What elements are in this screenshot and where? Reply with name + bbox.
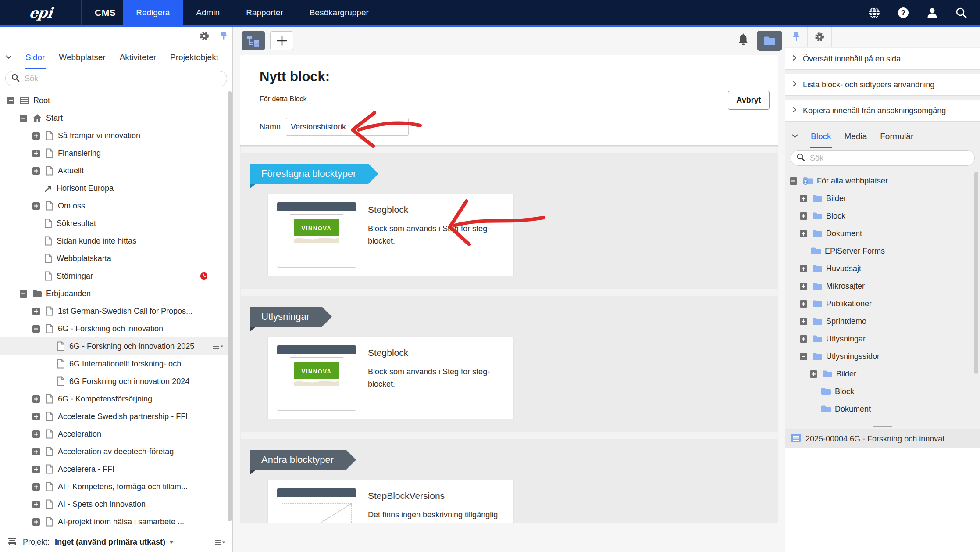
cancel-button[interactable]: Avbryt: [728, 91, 770, 110]
tree-item[interactable]: Så främjar vi innovation: [0, 127, 232, 144]
gear-icon[interactable]: [199, 31, 210, 43]
page-tree-scrollbar[interactable]: [228, 91, 232, 521]
bell-icon[interactable]: [737, 33, 749, 48]
tree-item[interactable]: Mikrosajter: [785, 277, 980, 295]
help-icon[interactable]: ?: [897, 6, 910, 19]
assets-folder-button[interactable]: [757, 31, 782, 51]
expand-icon[interactable]: [810, 370, 819, 378]
tree-item[interactable]: Accelerera - FFI: [0, 460, 232, 478]
expand-icon[interactable]: [32, 202, 41, 210]
tab-webbplatser[interactable]: Webbplatser: [58, 47, 106, 69]
panel-resize-handle[interactable]: [785, 425, 980, 429]
gear-icon[interactable]: [808, 27, 831, 47]
collapse-icon[interactable]: [790, 177, 798, 185]
tree-item[interactable]: EPiServer Forms: [785, 242, 980, 260]
tab-aktiviteter[interactable]: Aktiviteter: [119, 47, 157, 69]
nav-tab-admin[interactable]: Admin: [183, 0, 233, 25]
expand-icon[interactable]: [32, 518, 41, 526]
tree-item[interactable]: AI - Kompetens, förmåga och tilläm...: [0, 478, 232, 495]
pin-icon[interactable]: [785, 27, 807, 47]
tree-item[interactable]: Start: [0, 109, 232, 127]
tree-item[interactable]: Sprintdemo: [785, 312, 980, 330]
expand-icon[interactable]: [800, 318, 809, 325]
expand-icon[interactable]: [32, 483, 41, 491]
nav-tab-redigera[interactable]: Redigera: [123, 0, 183, 25]
expand-icon[interactable]: [32, 448, 41, 455]
tree-item[interactable]: AI-projekt inom hälsa i samarbete ...: [0, 513, 232, 530]
assets-tab-block[interactable]: Block: [810, 126, 832, 148]
tree-item[interactable]: 6G - Kompetensförsörjning: [0, 390, 232, 408]
tree-item[interactable]: 6G Forskning och innovation 2024: [0, 373, 232, 390]
tree-item[interactable]: Erbjudanden: [0, 285, 232, 302]
tree-item[interactable]: Dokument: [785, 225, 980, 242]
tree-item[interactable]: Publikationer: [785, 295, 980, 312]
globe-icon[interactable]: [868, 6, 881, 19]
expand-icon[interactable]: [800, 283, 809, 290]
expand-icon[interactable]: [32, 430, 41, 438]
tree-item[interactable]: Block: [785, 383, 980, 400]
tree-item[interactable]: Sökresultat: [0, 215, 232, 232]
tree-item[interactable]: Störningar: [0, 267, 232, 285]
nav-tab-besökargrupper[interactable]: Besökargrupper: [296, 0, 382, 25]
expand-icon[interactable]: [32, 167, 41, 175]
expand-icon[interactable]: [32, 132, 41, 140]
tree-item[interactable]: Acceleration: [0, 425, 232, 443]
nav-tab-rapporter[interactable]: Rapporter: [233, 0, 296, 25]
block-type-card[interactable]: VINNOVAStegblockBlock som används i Steg…: [267, 337, 514, 419]
expand-icon[interactable]: [800, 300, 809, 308]
tree-item[interactable]: Om oss: [0, 197, 232, 215]
tree-item[interactable]: Bilder: [785, 365, 980, 383]
chevron-down-icon[interactable]: [791, 132, 798, 142]
tree-item[interactable]: Acceleration av deeptech-företag: [0, 443, 232, 460]
tree-item[interactable]: 6G Internationellt forskning- och ...: [0, 355, 232, 373]
context-menu-icon[interactable]: [212, 343, 224, 350]
search-icon[interactable]: [955, 6, 968, 19]
tree-item[interactable]: Accelerate Swedish partnership - FFI: [0, 408, 232, 425]
tree-item[interactable]: Finansiering: [0, 144, 232, 162]
tab-sidor[interactable]: Sidor: [25, 47, 46, 69]
tree-item[interactable]: Root: [0, 92, 232, 109]
tree-item[interactable]: Utlysningar: [785, 330, 980, 348]
expand-icon[interactable]: [800, 230, 809, 237]
expand-icon[interactable]: [32, 308, 41, 315]
episerver-logo[interactable]: epi: [0, 0, 82, 25]
current-content-item[interactable]: 2025-00004 6G - Forskning och innovat...: [785, 429, 980, 448]
tree-item[interactable]: För alla webbplatser: [785, 172, 980, 190]
assets-tab-formulär[interactable]: Formulär: [879, 126, 914, 148]
expand-icon[interactable]: [800, 212, 809, 220]
search-input[interactable]: [24, 74, 221, 84]
tool-accordion-row[interactable]: Lista block- och sidtypers användning: [785, 74, 980, 96]
pin-icon[interactable]: [219, 31, 228, 43]
expand-icon[interactable]: [32, 150, 41, 157]
search-input[interactable]: [809, 153, 969, 163]
collapse-icon[interactable]: [20, 290, 29, 298]
tree-item[interactable]: Dokument: [785, 400, 980, 418]
tree-view-button[interactable]: [242, 31, 265, 50]
expand-icon[interactable]: [800, 335, 809, 343]
tool-accordion-row[interactable]: Översätt innehåll på en sida: [785, 48, 980, 70]
tree-item[interactable]: Bilder: [785, 190, 980, 207]
block-type-card[interactable]: VINNOVAStegblockBlock som används i Steg…: [267, 194, 514, 276]
chevron-down-icon[interactable]: [5, 53, 12, 63]
tree-item[interactable]: Sidan kunde inte hittas: [0, 232, 232, 250]
expand-icon[interactable]: [32, 466, 41, 473]
tree-item[interactable]: Utlysningssidor: [785, 348, 980, 365]
expand-icon[interactable]: [32, 501, 41, 508]
tree-item[interactable]: Webbplatskarta: [0, 250, 232, 267]
collapse-icon[interactable]: [7, 97, 16, 104]
block-type-card[interactable]: IngenStepBlockVersionsDet finns ingen be…: [267, 480, 514, 523]
tree-item-selected[interactable]: 6G - Forskning och innovation 2025: [0, 337, 232, 355]
tool-accordion-row[interactable]: Kopiera innehåll från ansökningsomgång: [785, 100, 980, 122]
tree-item[interactable]: Aktuellt: [0, 162, 232, 179]
tree-item[interactable]: Block: [785, 207, 980, 225]
add-button[interactable]: [270, 31, 293, 50]
tree-item[interactable]: Huvudsajt: [785, 260, 980, 277]
block-name-input[interactable]: [286, 118, 409, 136]
tree-item[interactable]: 6G - Forskning och innovation: [0, 320, 232, 337]
assets-tab-media[interactable]: Media: [843, 126, 868, 148]
expand-icon[interactable]: [800, 195, 809, 202]
expand-icon[interactable]: [32, 413, 41, 420]
project-selector[interactable]: Inget (använd primära utkast): [55, 538, 174, 547]
expand-icon[interactable]: [800, 265, 809, 272]
collapse-icon[interactable]: [800, 353, 809, 360]
